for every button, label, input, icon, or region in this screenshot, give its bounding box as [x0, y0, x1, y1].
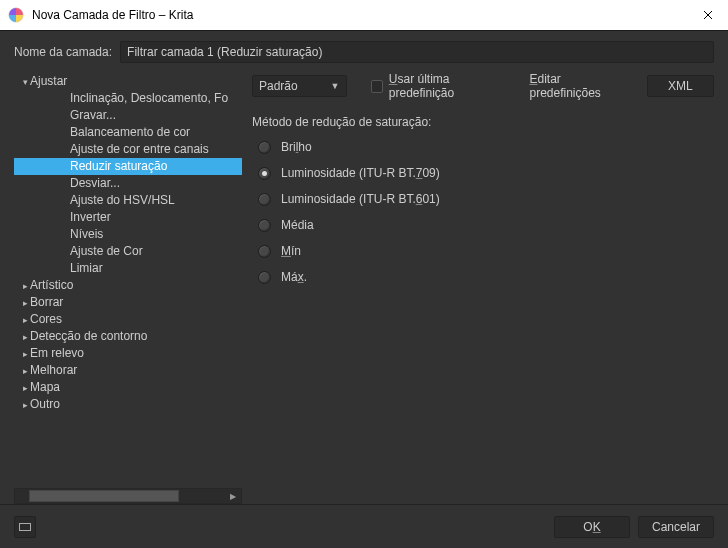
- tree-item[interactable]: Inverter: [14, 209, 242, 226]
- tree-item[interactable]: Reduzir saturação: [14, 158, 242, 175]
- use-last-preset-label: Usar última predefinição: [389, 72, 510, 100]
- use-last-preset-checkbox[interactable]: Usar última predefinição: [371, 72, 510, 100]
- tree-item[interactable]: Ajuste de Cor: [14, 243, 242, 260]
- tree-item-label: Desviar...: [70, 176, 120, 190]
- tree-item-label: Detecção de contorno: [30, 329, 147, 343]
- tree-item[interactable]: Mapa: [14, 379, 242, 396]
- app-icon: [8, 7, 24, 23]
- filter-tree-panel: AjustarInclinação, Deslocamento, FoGrava…: [14, 73, 242, 504]
- tree-item-label: Ajustar: [30, 74, 67, 88]
- layer-name-label: Nome da camada:: [14, 45, 112, 59]
- radio-label: Brilho: [281, 140, 312, 154]
- tree-item[interactable]: Balanceamento de cor: [14, 124, 242, 141]
- caret-closed-icon: [20, 379, 30, 396]
- radio-dot: [258, 167, 271, 180]
- tree-item-label: Limiar: [70, 261, 103, 275]
- tree-item-label: Inclinação, Deslocamento, Fo: [70, 91, 228, 105]
- tree-item-label: Ajuste do HSV/HSL: [70, 193, 175, 207]
- tree-item[interactable]: Artístico: [14, 277, 242, 294]
- cancel-button[interactable]: Cancelar: [638, 516, 714, 538]
- caret-open-icon: [20, 73, 30, 90]
- close-button[interactable]: [688, 0, 728, 30]
- tree-item-label: Inverter: [70, 210, 111, 224]
- caret-closed-icon: [20, 345, 30, 362]
- preset-combo-value: Padrão: [259, 79, 298, 93]
- radio-label: Luminosidade (ITU-R BT.601): [281, 192, 440, 206]
- radio-dot: [258, 141, 271, 154]
- caret-closed-icon: [20, 396, 30, 413]
- radio-label: Luminosidade (ITU-R BT.709): [281, 166, 440, 180]
- method-radio[interactable]: Máx.: [258, 269, 714, 285]
- method-radio-group: BrilhoLuminosidade (ITU-R BT.709)Luminos…: [258, 139, 714, 285]
- layer-name-row: Nome da camada:: [0, 31, 728, 69]
- radio-label: Máx.: [281, 270, 307, 284]
- tree-item-label: Outro: [30, 397, 60, 411]
- tree-item[interactable]: Borrar: [14, 294, 242, 311]
- method-radio[interactable]: Média: [258, 217, 714, 233]
- tree-item-label: Balanceamento de cor: [70, 125, 190, 139]
- checkbox-box: [371, 80, 383, 93]
- tree-item-label: Ajuste de Cor: [70, 244, 143, 258]
- titlebar: Nova Camada de Filtro – Krita: [0, 0, 728, 30]
- tree-item-label: Mapa: [30, 380, 60, 394]
- tree-item[interactable]: Ajuste do HSV/HSL: [14, 192, 242, 209]
- window-title: Nova Camada de Filtro – Krita: [32, 8, 688, 22]
- method-radio[interactable]: Luminosidade (ITU-R BT.709): [258, 165, 714, 181]
- method-radio[interactable]: Brilho: [258, 139, 714, 155]
- tree-item[interactable]: Ajustar: [14, 73, 242, 90]
- tree-item[interactable]: Gravar...: [14, 107, 242, 124]
- filter-settings-panel: Padrão ▼ Usar última predefinição Editar…: [252, 73, 714, 504]
- radio-dot: [258, 245, 271, 258]
- tree-item[interactable]: Ajuste de cor entre canais: [14, 141, 242, 158]
- tree-item[interactable]: Níveis: [14, 226, 242, 243]
- ok-button[interactable]: OK: [554, 516, 630, 538]
- tree-item[interactable]: Melhorar: [14, 362, 242, 379]
- method-radio[interactable]: Mín: [258, 243, 714, 259]
- preset-toolbar: Padrão ▼ Usar última predefinição Editar…: [252, 73, 714, 99]
- tree-item[interactable]: Cores: [14, 311, 242, 328]
- tree-item-label: Artístico: [30, 278, 73, 292]
- tree-item[interactable]: Inclinação, Deslocamento, Fo: [14, 90, 242, 107]
- method-radio[interactable]: Luminosidade (ITU-R BT.601): [258, 191, 714, 207]
- caret-closed-icon: [20, 294, 30, 311]
- filter-tree[interactable]: AjustarInclinação, Deslocamento, FoGrava…: [14, 73, 242, 488]
- caret-closed-icon: [20, 362, 30, 379]
- method-heading: Método de redução de saturação:: [252, 115, 714, 129]
- radio-label: Média: [281, 218, 314, 232]
- tree-item-label: Em relevo: [30, 346, 84, 360]
- tree-item[interactable]: Detecção de contorno: [14, 328, 242, 345]
- preview-icon: [19, 523, 31, 531]
- tree-item[interactable]: Em relevo: [14, 345, 242, 362]
- edit-presets-link[interactable]: Editar predefinições: [529, 72, 628, 100]
- scroll-right-arrow[interactable]: ▶: [225, 489, 241, 503]
- layer-name-input[interactable]: [120, 41, 714, 63]
- tree-item[interactable]: Desviar...: [14, 175, 242, 192]
- tree-item[interactable]: Limiar: [14, 260, 242, 277]
- scrollbar-thumb[interactable]: [29, 490, 179, 502]
- tree-item-label: Melhorar: [30, 363, 77, 377]
- close-icon: [703, 10, 713, 20]
- tree-item-label: Cores: [30, 312, 62, 326]
- tree-item-label: Ajuste de cor entre canais: [70, 142, 209, 156]
- tree-item-label: Níveis: [70, 227, 103, 241]
- caret-closed-icon: [20, 328, 30, 345]
- tree-item[interactable]: Outro: [14, 396, 242, 413]
- chevron-down-icon: ▼: [331, 81, 340, 91]
- tree-item-label: Reduzir saturação: [70, 159, 167, 173]
- tree-horizontal-scrollbar[interactable]: ▶: [14, 488, 242, 504]
- tree-item-label: Borrar: [30, 295, 63, 309]
- preset-combo[interactable]: Padrão ▼: [252, 75, 347, 97]
- dialog-button-bar: OK Cancelar: [0, 504, 728, 548]
- radio-dot: [258, 219, 271, 232]
- caret-closed-icon: [20, 311, 30, 328]
- radio-dot: [258, 271, 271, 284]
- caret-closed-icon: [20, 277, 30, 294]
- tree-item-label: Gravar...: [70, 108, 116, 122]
- radio-dot: [258, 193, 271, 206]
- preview-toggle-button[interactable]: [14, 516, 36, 538]
- xml-button[interactable]: XML: [647, 75, 714, 97]
- radio-label: Mín: [281, 244, 301, 258]
